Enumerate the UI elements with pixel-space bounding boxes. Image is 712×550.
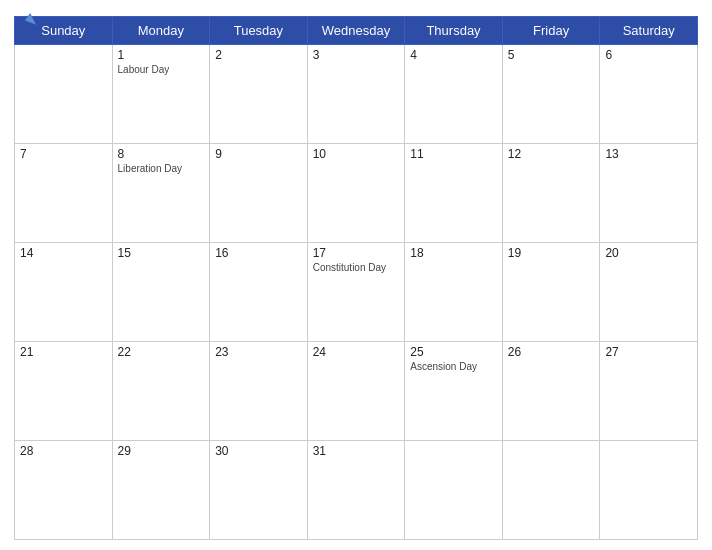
day-cell: 30 xyxy=(210,441,308,540)
day-number: 4 xyxy=(410,48,497,62)
day-cell xyxy=(600,441,698,540)
day-cell: 6 xyxy=(600,45,698,144)
header-thursday: Thursday xyxy=(405,17,503,45)
day-number: 7 xyxy=(20,147,107,161)
day-cell: 29 xyxy=(112,441,210,540)
week-row-0: 1Labour Day23456 xyxy=(15,45,698,144)
day-cell: 15 xyxy=(112,243,210,342)
holiday-name: Constitution Day xyxy=(313,262,400,274)
day-number: 10 xyxy=(313,147,400,161)
day-cell: 1Labour Day xyxy=(112,45,210,144)
day-number: 30 xyxy=(215,444,302,458)
day-number: 3 xyxy=(313,48,400,62)
day-cell: 23 xyxy=(210,342,308,441)
day-number: 22 xyxy=(118,345,205,359)
day-cell: 27 xyxy=(600,342,698,441)
calendar-page: Sunday Monday Tuesday Wednesday Thursday… xyxy=(0,0,712,550)
day-cell: 11 xyxy=(405,144,503,243)
day-cell: 8Liberation Day xyxy=(112,144,210,243)
day-cell: 28 xyxy=(15,441,113,540)
day-cell xyxy=(15,45,113,144)
day-number: 26 xyxy=(508,345,595,359)
day-number: 28 xyxy=(20,444,107,458)
day-cell: 2 xyxy=(210,45,308,144)
day-cell: 3 xyxy=(307,45,405,144)
day-number: 8 xyxy=(118,147,205,161)
day-cell: 22 xyxy=(112,342,210,441)
day-number: 31 xyxy=(313,444,400,458)
day-cell: 12 xyxy=(502,144,600,243)
day-number: 27 xyxy=(605,345,692,359)
header-friday: Friday xyxy=(502,17,600,45)
weekday-header-row: Sunday Monday Tuesday Wednesday Thursday… xyxy=(15,17,698,45)
day-number: 1 xyxy=(118,48,205,62)
week-row-2: 14151617Constitution Day181920 xyxy=(15,243,698,342)
day-cell xyxy=(502,441,600,540)
week-row-1: 78Liberation Day910111213 xyxy=(15,144,698,243)
day-cell: 5 xyxy=(502,45,600,144)
day-number: 6 xyxy=(605,48,692,62)
day-cell: 26 xyxy=(502,342,600,441)
day-number: 15 xyxy=(118,246,205,260)
holiday-name: Labour Day xyxy=(118,64,205,76)
header-tuesday: Tuesday xyxy=(210,17,308,45)
calendar-table: Sunday Monday Tuesday Wednesday Thursday… xyxy=(14,16,698,540)
day-cell: 13 xyxy=(600,144,698,243)
day-number: 11 xyxy=(410,147,497,161)
holiday-name: Ascension Day xyxy=(410,361,497,373)
day-number: 23 xyxy=(215,345,302,359)
day-number: 16 xyxy=(215,246,302,260)
day-cell: 20 xyxy=(600,243,698,342)
day-cell: 18 xyxy=(405,243,503,342)
day-cell: 14 xyxy=(15,243,113,342)
week-row-4: 28293031 xyxy=(15,441,698,540)
day-number: 13 xyxy=(605,147,692,161)
day-number: 5 xyxy=(508,48,595,62)
day-cell: 7 xyxy=(15,144,113,243)
day-number: 14 xyxy=(20,246,107,260)
day-cell: 21 xyxy=(15,342,113,441)
day-cell: 9 xyxy=(210,144,308,243)
day-cell: 4 xyxy=(405,45,503,144)
day-cell: 31 xyxy=(307,441,405,540)
logo xyxy=(14,10,40,28)
week-row-3: 2122232425Ascension Day2627 xyxy=(15,342,698,441)
holiday-name: Liberation Day xyxy=(118,163,205,175)
header-monday: Monday xyxy=(112,17,210,45)
day-cell: 25Ascension Day xyxy=(405,342,503,441)
day-cell: 17Constitution Day xyxy=(307,243,405,342)
logo-bird-icon xyxy=(14,10,36,28)
day-number: 21 xyxy=(20,345,107,359)
day-number: 2 xyxy=(215,48,302,62)
day-number: 17 xyxy=(313,246,400,260)
day-number: 19 xyxy=(508,246,595,260)
day-number: 25 xyxy=(410,345,497,359)
day-number: 18 xyxy=(410,246,497,260)
day-number: 12 xyxy=(508,147,595,161)
header-saturday: Saturday xyxy=(600,17,698,45)
day-cell: 24 xyxy=(307,342,405,441)
day-cell: 16 xyxy=(210,243,308,342)
day-number: 29 xyxy=(118,444,205,458)
day-cell: 19 xyxy=(502,243,600,342)
day-cell xyxy=(405,441,503,540)
day-number: 9 xyxy=(215,147,302,161)
day-number: 24 xyxy=(313,345,400,359)
day-cell: 10 xyxy=(307,144,405,243)
day-number: 20 xyxy=(605,246,692,260)
header-wednesday: Wednesday xyxy=(307,17,405,45)
